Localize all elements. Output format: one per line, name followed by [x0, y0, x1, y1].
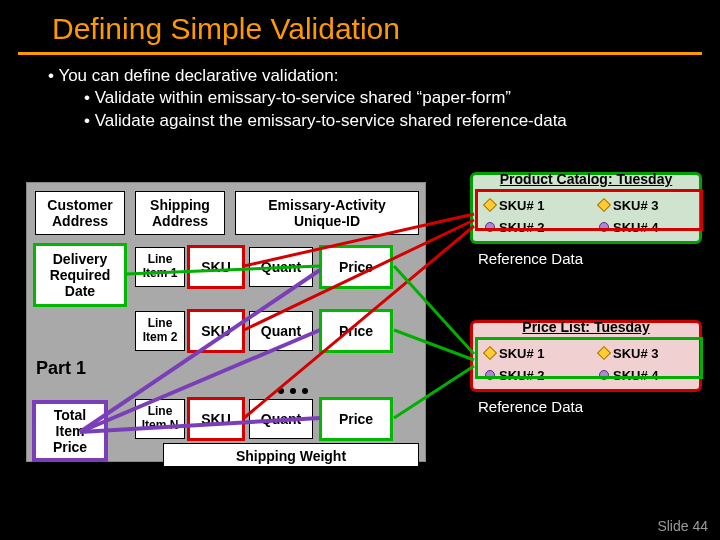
line-item-n-quant: Quant: [249, 399, 313, 439]
paper-form: CustomerAddress ShippingAddress Emissary…: [26, 182, 426, 462]
line-item-2-price: Price: [321, 311, 391, 351]
product-catalog-box: Product Catalog: Tuesday SKU# 1 SKU# 2 S…: [470, 172, 702, 244]
line-item-1-price: Price: [321, 247, 391, 287]
bullet-list: You can define declarative validation: V…: [0, 55, 720, 132]
bullet-2: Validate within emissary-to-service shar…: [48, 87, 720, 109]
emissary-activity-id: Emissary-ActivityUnique-ID: [235, 191, 419, 235]
diagram-canvas: CustomerAddress ShippingAddress Emissary…: [0, 170, 720, 540]
catalog-ref-label: Reference Data: [478, 250, 583, 267]
catalog-red-overlay: [475, 189, 703, 231]
pricelist-green-overlay: [475, 337, 703, 379]
line-item-1-quant: Quant: [249, 247, 313, 287]
line-item-2-quant: Quant: [249, 311, 313, 351]
price-list-title: Price List: Tuesday: [481, 319, 691, 335]
line-item-n-label: LineItem N: [135, 399, 185, 439]
shipping-weight: Shipping Weight: [163, 443, 419, 467]
ellipsis-icon: [275, 380, 311, 396]
product-catalog-title: Product Catalog: Tuesday: [481, 171, 691, 187]
line-item-n-price: Price: [321, 399, 391, 439]
price-list-box: Price List: Tuesday SKU# 1 SKU# 2 SKU# 3…: [470, 320, 702, 392]
bullet-1: You can define declarative validation:: [48, 65, 720, 87]
delivery-required-date: DeliveryRequiredDate: [35, 245, 125, 305]
part-1-label: Part 1: [36, 358, 86, 379]
total-item-price: TotalItemPrice: [35, 403, 105, 459]
line-item-n-sku: SKU: [189, 399, 243, 439]
customer-address: CustomerAddress: [35, 191, 125, 235]
line-item-1-sku: SKU: [189, 247, 243, 287]
line-item-1-label: LineItem 1: [135, 247, 185, 287]
line-item-2-label: LineItem 2: [135, 311, 185, 351]
bullet-3: Validate against the emissary-to-service…: [48, 110, 720, 132]
slide-title: Defining Simple Validation: [0, 12, 720, 46]
shipping-address: ShippingAddress: [135, 191, 225, 235]
line-item-2-sku: SKU: [189, 311, 243, 351]
pricelist-ref-label: Reference Data: [478, 398, 583, 415]
slide-number: Slide 44: [657, 518, 708, 534]
